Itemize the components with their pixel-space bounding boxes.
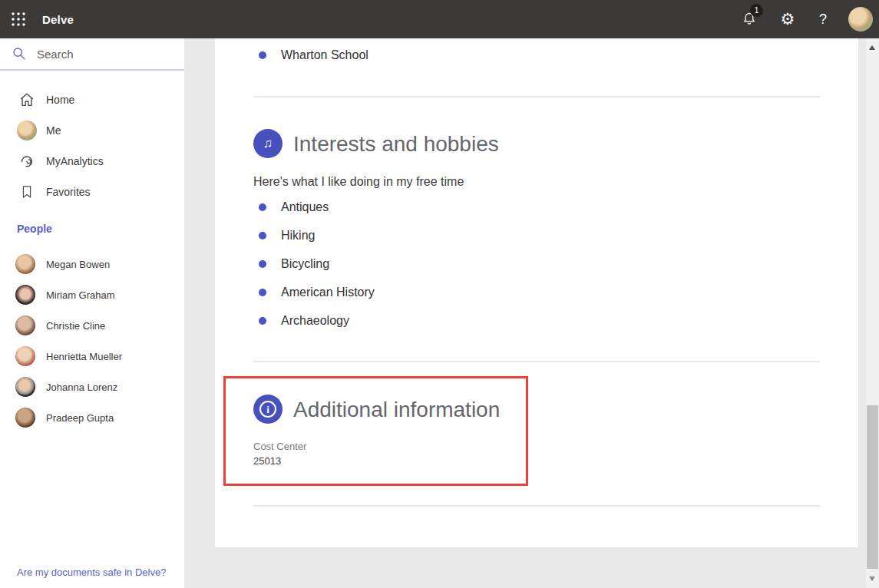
me-avatar xyxy=(17,121,37,140)
field-value: 25013 xyxy=(253,455,281,467)
people-section-header: People xyxy=(17,223,52,235)
additional-info-section-title: Additional information xyxy=(293,398,500,422)
sidebar-item-me[interactable]: Me xyxy=(0,115,184,146)
scrollbar-thumb[interactable] xyxy=(867,405,878,569)
notification-count-badge: 1 xyxy=(750,4,763,17)
sidebar-item-label: MyAnalytics xyxy=(46,155,104,167)
sidebar-item-label: Favorites xyxy=(46,186,91,198)
search-input[interactable] xyxy=(37,44,175,64)
section-divider xyxy=(253,361,820,362)
app-title: Delve xyxy=(42,0,74,38)
list-bullet xyxy=(259,317,266,325)
list-bullet xyxy=(259,51,266,59)
section-divider xyxy=(253,96,820,97)
person-avatar xyxy=(15,285,35,305)
vertical-scrollbar[interactable] xyxy=(866,38,879,588)
list-bullet xyxy=(259,232,266,239)
list-item: Archaeology xyxy=(281,314,349,328)
bookmark-icon xyxy=(17,182,37,202)
sidebar-person-miriam-graham[interactable]: Miriam Graham xyxy=(0,279,184,310)
list-item: Antiques xyxy=(281,200,329,214)
documents-safe-link[interactable]: Are my documents safe in Delve? xyxy=(17,567,166,578)
list-bullet xyxy=(259,289,266,296)
settings-gear-icon[interactable]: ⚙ xyxy=(774,0,801,38)
field-label: Cost Center xyxy=(253,441,306,452)
scroll-up-arrow-icon[interactable] xyxy=(869,45,875,50)
sidebar-item-label: Me xyxy=(46,124,61,137)
help-icon[interactable]: ? xyxy=(811,0,835,38)
sidebar: Home Me MyAnalytics Favorites People Meg… xyxy=(0,38,184,588)
list-item: Wharton School xyxy=(281,48,368,62)
info-icon: i xyxy=(253,395,283,424)
sidebar-person-henrietta-mueller[interactable]: Henrietta Mueller xyxy=(0,341,184,372)
home-icon xyxy=(17,90,37,110)
profile-content-card: Wharton School ♫ Interests and hobbies H… xyxy=(215,38,858,547)
sidebar-person-megan-bowen[interactable]: Megan Bowen xyxy=(0,249,184,279)
person-avatar xyxy=(15,377,35,397)
interests-section-title: Interests and hobbies xyxy=(293,132,499,157)
list-bullet xyxy=(259,203,266,211)
annotation-red-box xyxy=(223,376,528,486)
person-avatar xyxy=(15,408,35,428)
list-bullet xyxy=(259,260,266,268)
sidebar-item-home[interactable]: Home xyxy=(0,84,184,115)
sidebar-person-pradeep-gupta[interactable]: Pradeep Gupta xyxy=(0,402,184,433)
myanalytics-spiral-icon xyxy=(17,151,37,171)
sidebar-person-christie-cline[interactable]: Christie Cline xyxy=(0,310,184,341)
search-bar xyxy=(0,38,184,70)
app-launcher-waffle-icon[interactable] xyxy=(11,12,26,27)
user-avatar[interactable] xyxy=(848,7,873,31)
sidebar-person-johanna-lorenz[interactable]: Johanna Lorenz xyxy=(0,372,184,402)
sidebar-item-favorites[interactable]: Favorites xyxy=(0,177,184,207)
person-avatar xyxy=(15,315,35,335)
list-item: Bicycling xyxy=(281,257,329,271)
search-icon xyxy=(11,45,28,65)
interests-subtitle: Here's what I like doing in my free time xyxy=(253,175,464,189)
person-name: Christie Cline xyxy=(46,320,105,332)
person-name: Henrietta Mueller xyxy=(46,351,122,362)
person-name: Miriam Graham xyxy=(46,289,115,301)
info-icon-ring: i xyxy=(259,401,276,418)
person-name: Megan Bowen xyxy=(46,259,110,270)
list-item: American History xyxy=(281,286,375,299)
scroll-down-arrow-icon[interactable] xyxy=(869,576,875,581)
person-name: Pradeep Gupta xyxy=(46,412,114,424)
person-avatar xyxy=(15,254,35,274)
list-item: Hiking xyxy=(281,229,315,243)
topbar: Delve 1 ⚙ ? xyxy=(0,0,879,38)
sidebar-item-myanalytics[interactable]: MyAnalytics xyxy=(0,146,184,177)
section-divider xyxy=(253,505,820,507)
person-name: Johanna Lorenz xyxy=(46,382,117,393)
music-note-icon: ♫ xyxy=(253,129,283,158)
search-underline xyxy=(0,69,184,71)
person-avatar xyxy=(15,346,35,366)
sidebar-item-label: Home xyxy=(46,94,74,106)
